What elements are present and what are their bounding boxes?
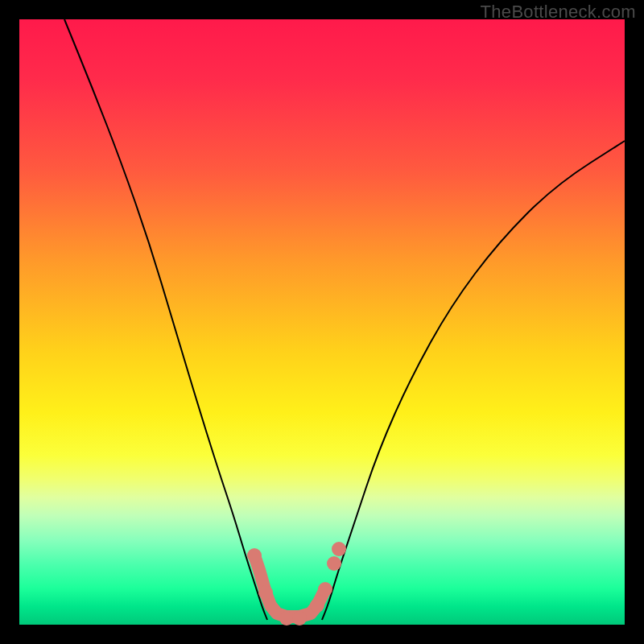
chart-svg bbox=[0, 0, 644, 644]
data-point-dot bbox=[310, 598, 324, 613]
data-point-dot bbox=[292, 611, 307, 625]
data-point-dot bbox=[247, 548, 262, 563]
data-point-dot bbox=[327, 556, 341, 571]
data-point-dot bbox=[318, 582, 332, 597]
watermark-text: TheBottleneck.com bbox=[481, 2, 636, 23]
data-point-dot bbox=[332, 542, 346, 556]
data-point-dot bbox=[258, 585, 273, 600]
bottleneck-curve-left bbox=[64, 19, 267, 620]
bottleneck-curve-right bbox=[322, 141, 625, 620]
data-point-dot bbox=[279, 611, 294, 625]
